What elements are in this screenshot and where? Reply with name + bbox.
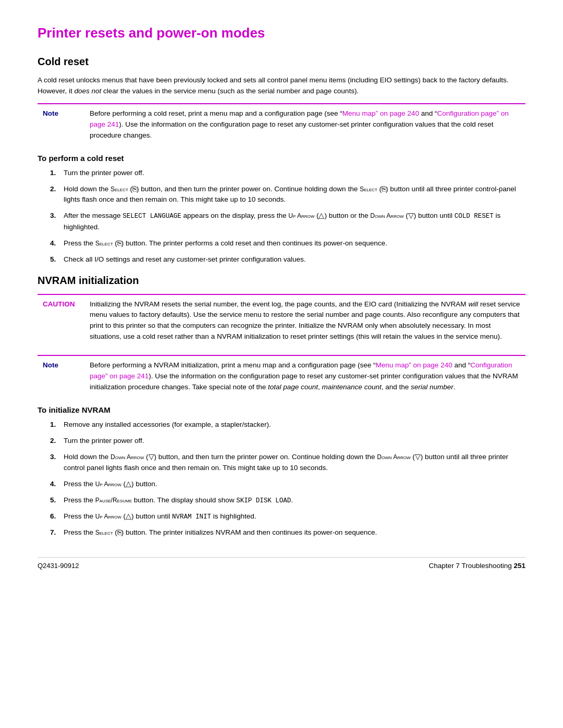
nvram-step-content-3: Hold down the Down Arrow (▽) button, and…	[64, 452, 525, 474]
nvram-step-content-6: Press the Up Arrow (△) button until NVRA…	[64, 511, 525, 522]
nvram-step-7: 7. Press the Select (⎘) button. The prin…	[50, 527, 525, 538]
nvram-caution: CAUTION Initializing the NVRAM resets th…	[38, 294, 525, 347]
cold-reset-step-2: 2. Hold down the Select (⎘) button, and …	[50, 184, 525, 206]
nvram-step-num-4: 4.	[50, 479, 62, 490]
up-arrow-symbol-1: △	[319, 212, 324, 219]
nvram-step-content-1: Remove any installed accessories (for ex…	[64, 419, 525, 430]
up-arrow-symbol-3: △	[126, 512, 131, 520]
step-content-4: Press the Select (⎘) button. The printer…	[64, 238, 525, 249]
up-arrow-key-1: Up Arrow	[288, 212, 314, 219]
nvram-step-num-2: 2.	[50, 436, 62, 447]
pause-resume-key: Pause/Resume	[95, 497, 132, 504]
nvram-step-content-7: Press the Select (⎘) button. The printer…	[64, 527, 525, 538]
footer-chapter: Chapter 7 Troubleshooting	[429, 562, 512, 570]
footer-page-num: 251	[513, 562, 525, 570]
nvram-note-label: Note	[38, 355, 84, 397]
nvram-note-italic2: maintenance count	[322, 383, 382, 391]
select-key-3: Select	[95, 240, 113, 247]
down-arrow-symbol-1: ▽	[408, 212, 414, 219]
nvram-caution-content: Initializing the NVRAM resets the serial…	[84, 294, 525, 347]
cold-reset-step-5: 5. Check all I/O settings and reset any …	[50, 254, 525, 265]
cold-reset-step-3: 3. After the message SELECT LANGUAGE app…	[50, 211, 525, 232]
down-arrow-symbol-3: ▽	[415, 453, 421, 461]
nvram-step-content-4: Press the Up Arrow (△) button.	[64, 479, 525, 490]
select-key-1: Select	[111, 186, 128, 193]
nvram-steps: 1. Remove any installed accessories (for…	[50, 419, 525, 538]
nvram-note-italic3: serial number	[411, 383, 454, 391]
cold-reset-title: Cold reset	[38, 56, 525, 68]
cold-reset-note-label: Note	[38, 104, 84, 145]
step-content-2: Hold down the Select (⎘) button, and the…	[64, 184, 525, 206]
up-arrow-key-2: Up Arrow	[95, 480, 121, 488]
step-num-5: 5.	[50, 254, 62, 265]
nvram-step-num-7: 7.	[50, 527, 62, 538]
step-num-2: 2.	[50, 184, 62, 195]
skip-disk-load-code: SKIP DISK LOAD	[236, 497, 291, 504]
cold-reset-note-content: Before performing a cold reset, print a …	[84, 104, 525, 145]
nvram-step-num-3: 3.	[50, 452, 62, 463]
nvram-step-6: 6. Press the Up Arrow (△) button until N…	[50, 511, 525, 522]
nvram-step-4: 4. Press the Up Arrow (△) button.	[50, 479, 525, 490]
step-content-5: Check all I/O settings and reset any cus…	[64, 254, 525, 265]
nvram-step-num-6: 6.	[50, 511, 62, 522]
nvram-note-italic1: total page count	[268, 383, 318, 391]
caution-italic: will	[468, 300, 478, 308]
up-arrow-symbol-2: △	[126, 480, 131, 488]
nvram-step-5: 5. Press the Pause/Resume button. The di…	[50, 495, 525, 506]
footer-right: Chapter 7 Troubleshooting 251	[429, 562, 525, 570]
cold-reset-steps: 1. Turn the printer power off. 2. Hold d…	[50, 168, 525, 265]
select-symbol-4: ⎘	[117, 528, 121, 536]
page-title: Printer resets and power-on modes	[38, 25, 525, 41]
step-num-4: 4.	[50, 238, 62, 249]
nvram-caution-label: CAUTION	[38, 294, 84, 347]
nvram-init-code: NVRAM INIT	[172, 513, 211, 521]
nvram-step-1: 1. Remove any installed accessories (for…	[50, 419, 525, 430]
nvram-step-num-5: 5.	[50, 495, 62, 506]
select-language-code: SELECT LANGUAGE	[123, 213, 181, 220]
nvram-step-2: 2. Turn the printer power off.	[50, 436, 525, 447]
nvram-step-content-2: Turn the printer power off.	[64, 436, 525, 447]
nvram-step-3: 3. Hold down the Down Arrow (▽) button, …	[50, 452, 525, 474]
select-symbol-3: ⎘	[117, 239, 121, 247]
nvram-step-content-5: Press the Pause/Resume button. The displ…	[64, 495, 525, 506]
select-key-2: Select	[360, 186, 377, 193]
nvram-note-content: Before performing a NVRAM initialization…	[84, 355, 525, 397]
down-arrow-key-3: Down Arrow	[377, 453, 410, 461]
step-content-3: After the message SELECT LANGUAGE appear…	[64, 211, 525, 232]
nvram-step-num-1: 1.	[50, 419, 62, 430]
cold-reset-subsection-title: To perform a cold reset	[38, 154, 525, 163]
down-arrow-key-1: Down Arrow	[370, 212, 403, 219]
cold-reset-note-link1[interactable]: Menu map” on page 240	[342, 109, 419, 117]
up-arrow-key-3: Up Arrow	[95, 513, 121, 520]
select-symbol-1: ⎘	[132, 185, 137, 193]
cold-reset-code: COLD RESET	[455, 213, 494, 220]
footer-left: Q2431-90912	[38, 562, 79, 570]
down-arrow-symbol-2: ▽	[149, 453, 154, 461]
cold-reset-body: A cold reset unlocks menus that have bee…	[38, 75, 525, 97]
down-arrow-key-2: Down Arrow	[111, 453, 144, 461]
cold-reset-note: Note Before performing a cold reset, pri…	[38, 103, 525, 145]
cold-reset-step-4: 4. Press the Select (⎘) button. The prin…	[50, 238, 525, 249]
page-footer: Q2431-90912 Chapter 7 Troubleshooting 25…	[38, 557, 525, 570]
cold-reset-body-text2: clear the values in the service menu (su…	[103, 87, 359, 95]
select-key-4: Select	[95, 529, 113, 536]
cold-reset-step-1: 1. Turn the printer power off.	[50, 168, 525, 179]
nvram-title: NVRAM initialization	[38, 275, 525, 287]
step-num-1: 1.	[50, 168, 62, 179]
select-symbol-2: ⎘	[382, 185, 386, 193]
nvram-note: Note Before performing a NVRAM initializ…	[38, 355, 525, 397]
step-num-3: 3.	[50, 211, 62, 221]
nvram-note-link1[interactable]: Menu map” on page 240	[376, 361, 452, 369]
cold-reset-body-italic: does not	[75, 87, 102, 95]
step-content-1: Turn the printer power off.	[64, 168, 525, 179]
nvram-subsection-title: To initialize NVRAM	[38, 405, 525, 414]
